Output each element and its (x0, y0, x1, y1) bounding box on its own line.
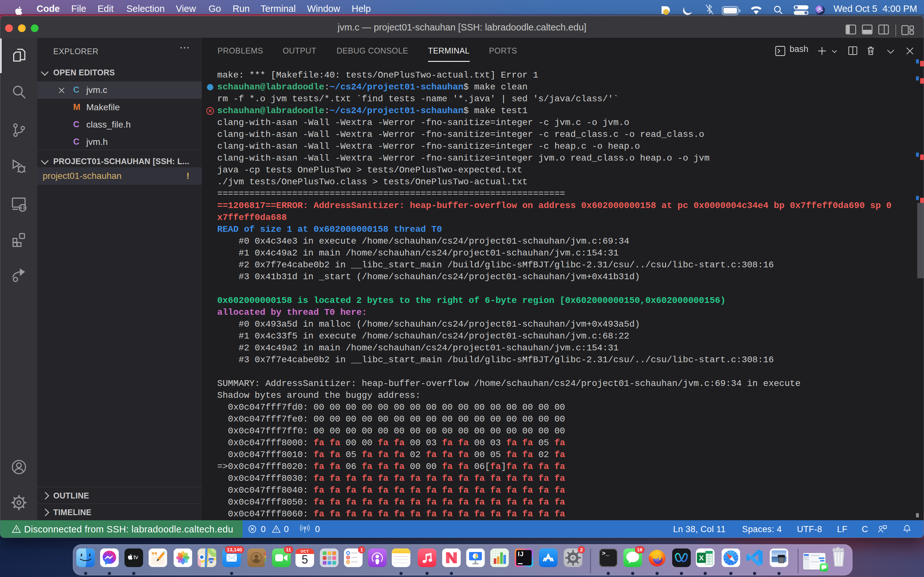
svg-text:tv: tv (134, 554, 138, 560)
svg-text:280: 280 (208, 559, 213, 562)
svg-text:X: X (699, 554, 704, 562)
